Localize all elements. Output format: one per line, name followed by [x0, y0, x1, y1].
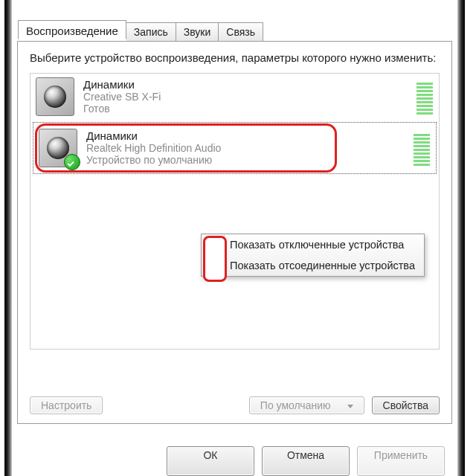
tab-playback[interactable]: Воспроизведение: [18, 20, 126, 39]
device-title: Динамики: [86, 129, 406, 142]
tabs: Воспроизведение Запись Звуки Связь: [18, 22, 263, 41]
list-buttons: Настроить По умолчанию Свойства: [30, 396, 440, 414]
instruction-text: Выберите устройство воспроизведения, пар…: [30, 51, 440, 65]
menu-show-disabled[interactable]: Показать отключенные устройства: [202, 234, 424, 255]
context-menu: Показать отключенные устройства Показать…: [201, 234, 425, 277]
dialog-buttons: ОК Отмена Применить: [17, 431, 452, 476]
cancel-button[interactable]: Отмена: [262, 446, 350, 476]
set-default-button: По умолчанию: [249, 396, 364, 414]
speaker-icon: [36, 77, 74, 116]
menu-show-disconnected[interactable]: Показать отсоединенные устройства: [202, 255, 424, 276]
speaker-icon: [39, 129, 77, 167]
level-meter: [414, 130, 430, 166]
device-row[interactable]: Динамики Creative SB X-Fi Готов: [30, 74, 439, 120]
configure-button: Настроить: [30, 396, 103, 414]
level-meter: [416, 79, 433, 115]
device-list[interactable]: Динамики Creative SB X-Fi Готов: [30, 73, 440, 350]
chevron-down-icon: [347, 405, 353, 408]
device-status: Устройство по умолчанию: [86, 154, 406, 166]
tab-communications[interactable]: Связь: [219, 22, 263, 42]
device-driver: Realtek High Definition Audio: [86, 142, 406, 154]
properties-button[interactable]: Свойства: [372, 396, 440, 414]
default-check-icon: [64, 154, 80, 170]
device-row[interactable]: Динамики Realtek High Definition Audio У…: [33, 122, 437, 174]
sound-dialog: Воспроизведение Запись Звуки Связь Выбер…: [15, 4, 454, 476]
tab-recording[interactable]: Запись: [126, 22, 176, 42]
ok-button[interactable]: ОК: [167, 446, 254, 476]
tab-content: Выберите устройство воспроизведения, пар…: [17, 41, 452, 424]
device-status: Готов: [83, 103, 409, 115]
device-driver: Creative SB X-Fi: [83, 91, 409, 103]
tab-sounds[interactable]: Звуки: [176, 22, 219, 42]
annotation-highlight: [203, 236, 227, 282]
apply-button: Применить: [357, 446, 445, 476]
device-title: Динамики: [83, 78, 409, 91]
